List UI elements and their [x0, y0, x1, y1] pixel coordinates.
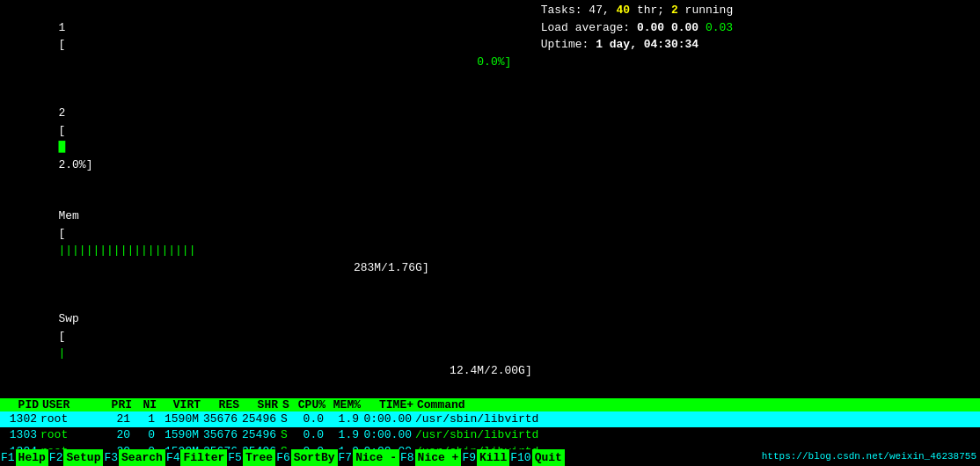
load-val3: 0.03 — [706, 21, 733, 34]
pid-cell: 1303 — [4, 427, 40, 444]
load-val1: 0.00 — [637, 21, 671, 34]
tasks-running: 2 — [671, 4, 678, 17]
fn-num: F1 — [0, 449, 16, 466]
header-pri: PRI — [102, 398, 134, 411]
cpu2-value: 2.0%] — [58, 158, 92, 171]
mem-label: Mem — [58, 209, 78, 222]
fn-label: Tree — [243, 449, 275, 466]
cpu2-row: 2 [ █ 2.0%] — [4, 88, 532, 191]
fn-num: F5 — [227, 449, 243, 466]
fn-key-f3[interactable]: F3Search — [103, 449, 165, 466]
fn-num: F7 — [338, 449, 354, 466]
fn-key-f10[interactable]: F10Quit — [509, 449, 565, 466]
fn-num: F6 — [275, 449, 291, 466]
header-cmd: Command — [415, 398, 976, 411]
load-label: Load average: — [541, 21, 637, 34]
cmd-cell: /usr/sbin/libvirtd — [415, 411, 976, 428]
mem-value: 283M/1.76G] — [58, 261, 428, 274]
fn-label: Search — [119, 449, 165, 466]
fn-num: F4 — [165, 449, 181, 466]
res-cell: 35676 — [202, 411, 241, 428]
mem-cell: 1.9 — [327, 427, 362, 444]
bottom-bar: F1HelpF2SetupF3SearchF4FilterF5TreeF6Sor… — [0, 449, 980, 466]
table-row[interactable]: 1303 root 20 0 1590M 35676 25496 S 0.0 1… — [0, 427, 980, 444]
tasks-thr: 40 — [617, 4, 631, 17]
swp-label: Swp — [58, 312, 78, 325]
virt-cell: 1590M — [158, 427, 202, 444]
cpu1-value: 0.0%] — [58, 55, 511, 69]
mem-cell: 1.9 — [327, 411, 362, 428]
header-mem: MEM% — [327, 398, 362, 411]
fn-keys: F1HelpF2SetupF3SearchF4FilterF5TreeF6Sor… — [0, 449, 565, 466]
cpu2-bar: █ — [58, 141, 470, 154]
header-pid: PID — [4, 398, 40, 411]
fn-key-f2[interactable]: F2Setup — [48, 449, 104, 466]
mem-bars: |||||||||||||||||||| — [58, 244, 195, 257]
header-user: USER — [40, 398, 102, 411]
fn-label: Filter — [180, 449, 227, 466]
fn-key-f7[interactable]: F7Nice - — [338, 449, 399, 466]
fn-key-f4[interactable]: F4Filter — [165, 449, 227, 466]
fn-num: F2 — [48, 449, 64, 466]
ni-cell: 0 — [134, 427, 158, 444]
tasks-count: 47, — [589, 4, 616, 17]
fn-label: Nice + — [415, 449, 462, 466]
tasks-running-label: running — [685, 4, 734, 17]
table-header: PID USER PRI NI VIRT RES SHR S CPU% MEM%… — [0, 398, 980, 411]
url-bar: https://blog.csdn.net/weixin_46238755 — [565, 449, 980, 466]
header-virt: VIRT — [158, 398, 202, 411]
fn-label: Setup — [63, 449, 103, 466]
cpu1-row: 1 [ 0.0%] — [4, 2, 532, 88]
tasks-line: Tasks: 47, 40 thr; 2 running — [541, 2, 976, 19]
fn-key-f1[interactable]: F1Help — [0, 449, 48, 466]
header-time: TIME+ — [362, 398, 415, 411]
fn-label: Nice - — [353, 449, 399, 466]
cpu1-label: 1 — [58, 21, 78, 34]
mem-bracket: [ — [58, 227, 65, 240]
fn-num: F9 — [461, 449, 477, 466]
cpu-cell: 0.0 — [292, 411, 327, 428]
shr-cell: 25496 — [241, 427, 280, 444]
fn-label: Quit — [532, 449, 565, 466]
cpu-cell: 0.0 — [292, 427, 327, 444]
swp-value: 12.4M/2.00G] — [58, 364, 531, 377]
header-shr: SHR — [241, 398, 280, 411]
ni-cell: 1 — [134, 411, 158, 428]
fn-key-f8[interactable]: F8Nice + — [399, 449, 461, 466]
cpu-mem-panel: 1 [ 0.0%] 2 [ █ — [4, 2, 532, 397]
swp-bar: | — [58, 346, 65, 360]
s-cell: S — [280, 427, 292, 444]
header-ni: NI — [134, 398, 158, 411]
pri-cell: 20 — [102, 427, 134, 444]
cpu2-bracket: [ — [58, 124, 65, 137]
fn-num: F8 — [399, 449, 415, 466]
stats-panel: Tasks: 47, 40 thr; 2 running Load averag… — [532, 2, 976, 397]
tasks-thr-label: thr; — [637, 4, 671, 17]
swp-row: Swp [ | 12.4M/2.00G] — [4, 294, 532, 397]
virt-cell: 1590M — [158, 411, 202, 428]
uptime-label: Uptime: — [541, 38, 596, 51]
s-cell: S — [280, 411, 292, 428]
fn-key-f6[interactable]: F6SortBy — [275, 449, 337, 466]
cmd-cell: /usr/sbin/libvirtd — [415, 427, 976, 444]
user-cell: root — [40, 427, 102, 444]
shr-cell: 25496 — [241, 411, 280, 428]
uptime-value: 1 day, 04:30:34 — [596, 38, 698, 51]
fn-num: F10 — [509, 449, 531, 466]
swp-bracket: [ — [58, 330, 65, 343]
fn-label: Help — [16, 449, 48, 466]
fn-key-f5[interactable]: F5Tree — [227, 449, 275, 466]
res-cell: 35676 — [202, 427, 241, 444]
load-line: Load average: 0.00 0.00 0.03 — [541, 19, 976, 37]
header-cpu: CPU% — [292, 398, 327, 411]
fn-label: SortBy — [291, 449, 338, 466]
time-cell: 0:00.00 — [362, 411, 415, 428]
header-s: S — [280, 398, 292, 411]
table-row[interactable]: 1302 root 21 1 1590M 35676 25496 S 0.0 1… — [0, 411, 980, 428]
mem-row: Mem [ |||||||||||||||||||| 283M/1.76G] — [4, 191, 532, 294]
fn-label: Kill — [477, 449, 509, 466]
pri-cell: 21 — [102, 411, 134, 428]
fn-key-f9[interactable]: F9Kill — [461, 449, 509, 466]
time-cell: 0:00.00 — [362, 427, 415, 444]
load-val2: 0.00 — [671, 21, 706, 34]
